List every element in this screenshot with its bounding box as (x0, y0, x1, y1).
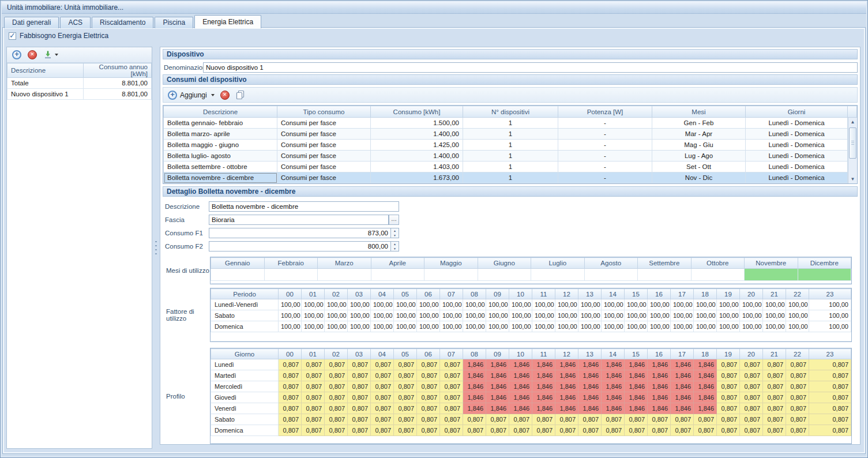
cell[interactable]: Consumi per fasce (277, 140, 371, 151)
value-cell[interactable]: 1,846 (532, 392, 555, 403)
value-cell[interactable]: 0,807 (809, 425, 851, 436)
value-cell[interactable]: 1,846 (648, 381, 671, 392)
month-cell-gennaio[interactable] (211, 269, 265, 281)
cell[interactable]: Totale (7, 78, 84, 89)
value-cell[interactable]: 0,807 (440, 425, 463, 436)
value-cell[interactable]: 0,807 (740, 414, 763, 425)
column-header[interactable]: Descrizione (164, 106, 277, 118)
value-cell[interactable]: 1,846 (578, 381, 602, 392)
value-cell[interactable]: 0,807 (440, 392, 463, 403)
value-cell[interactable]: 100,00 (763, 310, 786, 321)
cell[interactable]: Nuovo dispositivo 1 (7, 89, 84, 100)
value-cell[interactable]: 1,846 (671, 370, 694, 381)
value-cell[interactable]: 0,807 (717, 392, 740, 403)
value-cell[interactable]: 100,00 (671, 321, 694, 332)
spin-up-icon[interactable]: ▲ (391, 242, 399, 246)
consumo-f1-spinner[interactable]: ▲▼ (391, 228, 399, 238)
consumo-f2-spinner[interactable]: ▲▼ (391, 241, 399, 251)
value-cell[interactable]: 100,00 (348, 321, 371, 332)
value-cell[interactable]: 0,807 (786, 381, 809, 392)
value-cell[interactable]: 0,807 (279, 370, 302, 381)
value-cell[interactable]: 0,807 (302, 392, 325, 403)
value-cell[interactable]: 100,00 (325, 310, 348, 321)
cell[interactable]: Consumi per fasce (277, 162, 371, 172)
tab-riscaldamento[interactable]: Riscaldamento (92, 17, 153, 28)
value-cell[interactable]: 100,00 (555, 310, 578, 321)
device-row[interactable]: Nuovo dispositivo 18.801,00 (7, 89, 152, 100)
value-cell[interactable]: 0,807 (786, 425, 809, 436)
value-cell[interactable]: 1,846 (602, 403, 625, 414)
value-cell[interactable]: 1,846 (486, 403, 509, 414)
month-cell-settembre[interactable] (638, 269, 692, 281)
value-cell[interactable]: 1,846 (486, 392, 509, 403)
month-cell-maggio[interactable] (424, 269, 478, 281)
value-cell[interactable]: 0,807 (279, 359, 302, 370)
value-cell[interactable]: 100,00 (302, 299, 325, 310)
value-cell[interactable]: 0,807 (486, 425, 509, 436)
value-cell[interactable]: 0,807 (417, 392, 440, 403)
value-cell[interactable]: 1,846 (486, 381, 509, 392)
value-cell[interactable]: 1,846 (671, 403, 694, 414)
value-cell[interactable]: 100,00 (302, 310, 325, 321)
value-cell[interactable]: 100,00 (809, 321, 851, 332)
value-cell[interactable]: 1,846 (694, 381, 717, 392)
value-cell[interactable]: 1,846 (694, 403, 717, 414)
value-cell[interactable]: 100,00 (394, 310, 417, 321)
cell[interactable]: 1.400,00 (371, 151, 463, 162)
tab-acs[interactable]: ACS (60, 17, 91, 28)
value-cell[interactable]: 0,807 (717, 381, 740, 392)
value-cell[interactable]: 0,807 (648, 414, 671, 425)
value-cell[interactable]: 100,00 (348, 299, 371, 310)
value-cell[interactable]: 100,00 (717, 299, 740, 310)
value-cell[interactable]: 0,807 (302, 359, 325, 370)
value-cell[interactable]: 100,00 (809, 310, 851, 321)
value-cell[interactable]: 1,846 (463, 381, 486, 392)
month-cell-febbraio[interactable] (264, 269, 318, 281)
value-cell[interactable]: 0,807 (740, 359, 763, 370)
cell[interactable]: Bolletta novembre - dicembre (164, 172, 277, 183)
spin-down-icon[interactable]: ▼ (391, 233, 399, 238)
cell[interactable]: 1.425,00 (371, 140, 463, 151)
value-cell[interactable]: 0,807 (578, 414, 602, 425)
denominazione-input[interactable] (203, 62, 858, 73)
value-cell[interactable]: 1,846 (532, 370, 555, 381)
value-cell[interactable]: 100,00 (325, 299, 348, 310)
tab-energia-elettrica[interactable]: Energia Elettrica (194, 15, 261, 28)
spin-down-icon[interactable]: ▼ (391, 246, 399, 251)
value-cell[interactable]: 0,807 (625, 414, 648, 425)
cell[interactable]: Lunedì - Domenica (746, 129, 848, 140)
scroll-up-icon[interactable]: ▲ (848, 118, 857, 126)
value-cell[interactable]: 100,00 (486, 310, 509, 321)
consumo-f1-input[interactable] (209, 228, 391, 238)
value-cell[interactable]: 0,807 (348, 414, 371, 425)
value-cell[interactable]: 100,00 (417, 299, 440, 310)
cell[interactable]: - (558, 140, 652, 151)
value-cell[interactable]: 0,807 (809, 370, 851, 381)
value-cell[interactable]: 0,807 (302, 414, 325, 425)
cell[interactable]: Gen - Feb (652, 118, 746, 129)
delete-consumo-icon[interactable] (220, 91, 230, 100)
value-cell[interactable]: 1,846 (671, 381, 694, 392)
value-cell[interactable]: 0,807 (694, 414, 717, 425)
value-cell[interactable]: 1,846 (694, 370, 717, 381)
value-cell[interactable]: 1,846 (602, 392, 625, 403)
fascia-ellipsis-button[interactable]: … (389, 215, 399, 225)
value-cell[interactable]: 0,807 (279, 425, 302, 436)
value-cell[interactable]: 100,00 (694, 299, 717, 310)
value-cell[interactable]: 100,00 (394, 299, 417, 310)
value-cell[interactable]: 0,807 (532, 425, 555, 436)
value-cell[interactable]: 0,807 (325, 359, 348, 370)
value-cell[interactable]: 100,00 (486, 299, 509, 310)
value-cell[interactable]: 0,807 (463, 414, 486, 425)
value-cell[interactable]: 1,846 (463, 392, 486, 403)
value-cell[interactable]: 0,807 (371, 370, 394, 381)
value-cell[interactable]: 1,846 (509, 370, 532, 381)
value-cell[interactable]: 0,807 (348, 425, 371, 436)
value-cell[interactable]: 100,00 (648, 299, 671, 310)
column-header[interactable]: Tipo consumo (277, 106, 371, 118)
value-cell[interactable]: 0,807 (740, 403, 763, 414)
value-cell[interactable]: 0,807 (302, 370, 325, 381)
value-cell[interactable]: 100,00 (555, 299, 578, 310)
tab-piscina[interactable]: Piscina (155, 17, 193, 28)
value-cell[interactable]: 1,846 (648, 370, 671, 381)
